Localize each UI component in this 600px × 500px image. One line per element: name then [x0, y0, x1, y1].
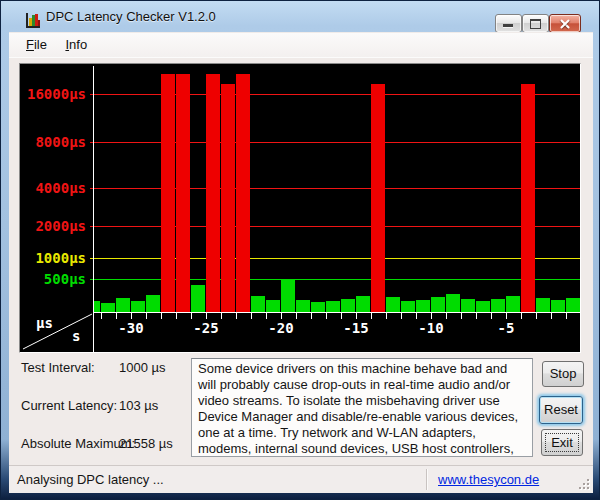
resize-grip-icon[interactable] — [578, 478, 590, 490]
x-tick — [371, 313, 372, 319]
y-axis-unit-label: µs — [36, 315, 53, 331]
latency-bar — [236, 74, 250, 312]
latency-bar — [326, 301, 340, 312]
x-tick — [446, 313, 447, 319]
maximize-button[interactable] — [522, 14, 549, 33]
x-tick — [116, 313, 117, 319]
x-tick — [491, 313, 492, 319]
y-axis-label: 500µs — [20, 270, 86, 288]
y-axis-line — [93, 66, 94, 352]
y-axis-label: 8000µs — [20, 133, 86, 151]
latency-bar — [131, 301, 145, 312]
latency-bar — [551, 300, 565, 312]
x-tick — [221, 313, 222, 319]
latency-bar — [431, 297, 445, 312]
x-axis-tick-label: -25 — [186, 320, 226, 336]
latency-bar — [371, 84, 385, 312]
x-tick — [326, 313, 327, 319]
x-tick — [341, 313, 342, 319]
y-axis-label: 1000µs — [20, 249, 86, 267]
x-tick — [206, 313, 207, 319]
x-axis-tick-label: -10 — [411, 320, 451, 336]
app-window: DPC Latency Checker V1.2.0 File Info µs … — [0, 0, 600, 500]
app-bar-chart-icon — [25, 12, 41, 28]
latency-bar — [101, 303, 115, 312]
maximize-icon — [530, 19, 541, 29]
keyboard-focus-rect — [545, 433, 579, 452]
latency-bar — [356, 296, 370, 312]
x-axis-tick-label: -15 — [336, 320, 376, 336]
x-tick — [356, 313, 357, 319]
x-axis-unit-label: s — [72, 328, 80, 344]
x-axis-tick-label: -5 — [486, 320, 526, 336]
latency-bar — [161, 74, 175, 312]
x-tick — [296, 313, 297, 319]
x-tick — [521, 313, 522, 319]
latency-bar — [446, 294, 460, 312]
latency-bar — [386, 297, 400, 312]
menu-bar: File Info — [9, 33, 593, 58]
x-tick — [191, 313, 192, 319]
x-tick — [281, 313, 282, 319]
latency-bar — [176, 74, 190, 312]
latency-bar — [491, 299, 505, 312]
latency-chart: µs s 16000µs8000µs4000µs2000µs1000µs500µ… — [19, 63, 581, 353]
x-tick — [236, 313, 237, 319]
y-axis-label: 4000µs — [20, 179, 86, 197]
latency-bar — [506, 296, 520, 312]
latency-bar — [146, 295, 160, 312]
latency-bar — [311, 302, 325, 312]
latency-bar — [521, 84, 535, 312]
y-axis-label: 16000µs — [20, 85, 86, 103]
menu-file[interactable]: File — [19, 33, 54, 55]
x-tick — [161, 313, 162, 319]
window-title: DPC Latency Checker V1.2.0 — [46, 9, 216, 24]
latency-bar — [476, 301, 490, 312]
close-icon — [559, 18, 571, 30]
x-tick — [551, 313, 552, 319]
test-interval-label: Test Interval: — [21, 360, 95, 375]
minimize-icon — [503, 24, 513, 28]
axis-corner-diagonal — [20, 312, 94, 352]
menu-info[interactable]: Info — [58, 33, 94, 55]
minimize-button[interactable] — [495, 14, 522, 33]
x-tick — [506, 313, 507, 319]
thesycon-link[interactable]: www.thesycon.de — [438, 472, 539, 487]
stop-button[interactable]: Stop — [542, 361, 584, 387]
title-bar[interactable]: DPC Latency Checker V1.2.0 — [1, 1, 600, 32]
latency-bar — [266, 300, 280, 312]
status-bar-divider — [426, 469, 428, 490]
latency-bar — [281, 279, 295, 312]
x-tick — [476, 313, 477, 319]
latency-bar — [94, 301, 100, 312]
latency-bar — [206, 74, 220, 312]
x-tick — [416, 313, 417, 319]
x-tick — [251, 313, 252, 319]
client-area: File Info µs s 16000µs8000µs4000µs2000µs… — [9, 32, 593, 493]
y-axis-label: 2000µs — [20, 217, 86, 235]
diagnosis-text-box[interactable]: Some device drivers on this machine beha… — [191, 358, 533, 457]
latency-bar — [536, 298, 550, 312]
x-tick — [311, 313, 312, 319]
latency-bar — [461, 299, 475, 312]
exit-button[interactable]: Exit — [541, 429, 583, 456]
latency-bar — [416, 300, 430, 312]
reset-button[interactable]: Reset — [539, 396, 583, 424]
status-bar: Analysing DPC latency ... www.thesycon.d… — [9, 465, 593, 493]
close-button[interactable] — [549, 14, 581, 33]
x-tick — [461, 313, 462, 319]
status-message: Analysing DPC latency ... — [17, 472, 164, 487]
x-tick — [101, 313, 102, 319]
latency-bar — [251, 296, 265, 312]
latency-bar — [401, 301, 415, 312]
plot-area: µs s 16000µs8000µs4000µs2000µs1000µs500µ… — [20, 64, 580, 352]
latency-bar — [191, 285, 205, 312]
latency-bar — [221, 84, 235, 312]
current-latency-label: Current Latency: — [21, 398, 117, 413]
x-tick — [266, 313, 267, 319]
x-tick — [401, 313, 402, 319]
x-tick — [431, 313, 432, 319]
absolute-maximum-value: 21558 µs — [119, 436, 173, 451]
x-axis-tick-label: -20 — [261, 320, 301, 336]
x-tick — [146, 313, 147, 319]
